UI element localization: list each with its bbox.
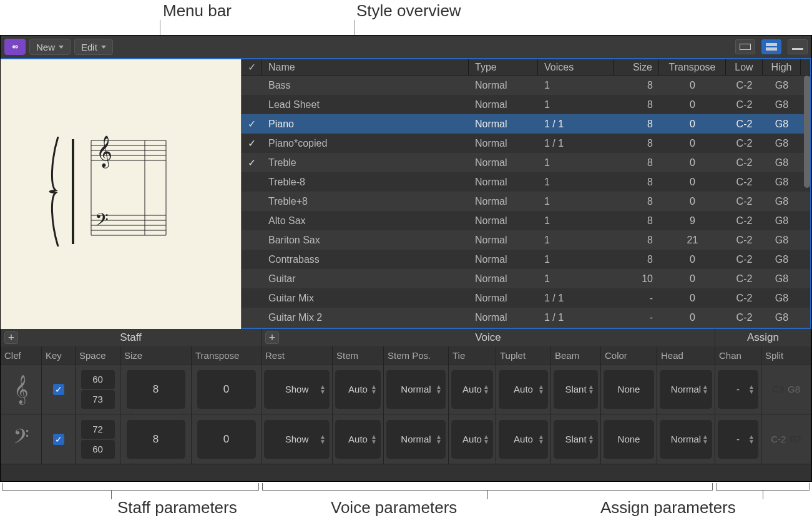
overview-row[interactable]: Bariton SaxNormal1821C-2G8 xyxy=(242,230,810,250)
stempos-select[interactable]: Normal▲▼ xyxy=(386,370,446,409)
section-assign-label: Assign xyxy=(747,331,779,344)
chevron-down-icon xyxy=(101,46,106,49)
col-low[interactable]: Low xyxy=(726,59,763,75)
head-select[interactable]: Normal▲▼ xyxy=(660,370,712,409)
add-staff-button[interactable]: + xyxy=(4,331,18,344)
row-voices: 1 xyxy=(538,327,614,328)
overview-row[interactable]: Guitar Mix 2Normal1 / 1-0C-2G8 xyxy=(242,308,810,327)
transpose-value[interactable]: 0 xyxy=(197,420,256,459)
chan-select[interactable]: -▲▼ xyxy=(718,370,758,409)
row-low: C-2 xyxy=(726,76,763,95)
stem-select[interactable]: Auto▲▼ xyxy=(335,370,381,409)
size-cell: 8 xyxy=(120,364,192,414)
row-check[interactable] xyxy=(242,230,262,250)
stempos-select[interactable]: Normal▲▼ xyxy=(386,420,446,459)
row-check[interactable] xyxy=(242,192,262,211)
edit-menu[interactable]: Edit xyxy=(74,39,113,55)
scrollbar[interactable] xyxy=(804,76,810,188)
overview-row[interactable]: Treble-8Normal180C-2G8 xyxy=(242,172,810,192)
view-dual-icon xyxy=(766,43,777,51)
row-voices: 1 xyxy=(538,192,614,211)
row-check[interactable] xyxy=(242,250,262,269)
col-size[interactable]: Size xyxy=(614,59,659,75)
overview-row[interactable]: ContrabassNormal180C-2G8 xyxy=(242,250,810,269)
row-check[interactable] xyxy=(242,211,262,230)
col-check[interactable]: ✓ xyxy=(242,59,262,75)
overview-row[interactable]: Horn in EbNormal18-3C-2G8 xyxy=(242,327,810,328)
color-select[interactable]: None xyxy=(604,370,654,409)
col-voices[interactable]: Voices xyxy=(538,59,614,75)
row-transpose: 0 xyxy=(659,114,726,134)
annotation-voice-params: Voice parameters xyxy=(331,498,457,517)
row-check[interactable]: ✓ xyxy=(242,153,262,172)
rest-select[interactable]: Show▲▼ xyxy=(264,420,330,459)
row-check[interactable] xyxy=(242,76,262,95)
key-checkbox[interactable]: ✓ xyxy=(53,434,64,445)
stempos-cell: Normal▲▼ xyxy=(384,414,449,464)
overview-row[interactable]: Guitar MixNormal1 / 1-0C-2G8 xyxy=(242,288,810,308)
col-name[interactable]: Name xyxy=(262,59,469,75)
col-high[interactable]: High xyxy=(763,59,801,75)
split-cell[interactable]: C-2B2 xyxy=(761,414,811,464)
row-high: G8 xyxy=(763,114,801,134)
view-dual[interactable] xyxy=(761,39,781,54)
row-size: 10 xyxy=(614,269,659,288)
col-type[interactable]: Type xyxy=(469,59,538,75)
row-high: G8 xyxy=(763,172,801,192)
space-bottom[interactable]: 60 xyxy=(81,440,115,459)
overview-row[interactable]: ✓Piano*copiedNormal1 / 180C-2G8 xyxy=(242,134,810,153)
row-check[interactable]: ✓ xyxy=(242,134,262,153)
overview-row[interactable]: Treble+8Normal180C-2G8 xyxy=(242,192,810,211)
row-check[interactable] xyxy=(242,288,262,308)
stepper-icon: ▲▼ xyxy=(588,434,594,444)
stepper-icon: ▲▼ xyxy=(483,384,489,394)
overview-row[interactable]: Lead SheetNormal180C-2G8 xyxy=(242,95,810,114)
row-check[interactable] xyxy=(242,308,262,327)
stem-select[interactable]: Auto▲▼ xyxy=(335,420,381,459)
beam-select[interactable]: Slant▲▼ xyxy=(554,370,598,409)
clef-cell[interactable]: 𝄢 xyxy=(1,414,42,464)
link-toggle[interactable] xyxy=(4,39,26,55)
transpose-cell: 0 xyxy=(192,414,262,464)
row-check[interactable] xyxy=(242,95,262,114)
overview-row[interactable]: BassNormal180C-2G8 xyxy=(242,76,810,95)
tie-select[interactable]: Auto▲▼ xyxy=(451,370,493,409)
clef-cell[interactable]: 𝄞 xyxy=(1,364,42,414)
row-voices: 1 / 1 xyxy=(538,114,614,134)
row-check[interactable] xyxy=(242,172,262,192)
new-menu[interactable]: New xyxy=(29,39,71,55)
overview-row[interactable]: ✓TrebleNormal180C-2G8 xyxy=(242,153,810,172)
row-check[interactable] xyxy=(242,269,262,288)
add-voice-button[interactable]: + xyxy=(265,331,279,344)
tuplet-select[interactable]: Auto▲▼ xyxy=(499,370,548,409)
view-single[interactable] xyxy=(735,39,755,54)
hdr-clef: Clef xyxy=(1,346,42,364)
space-top[interactable]: 60 xyxy=(81,370,115,389)
row-type: Normal xyxy=(469,308,538,327)
beam-select[interactable]: Slant▲▼ xyxy=(554,420,598,459)
view-bottom[interactable] xyxy=(788,39,808,54)
transpose-value[interactable]: 0 xyxy=(197,370,256,409)
edit-label: Edit xyxy=(81,42,97,52)
overview-row[interactable]: GuitarNormal1100C-2G8 xyxy=(242,269,810,288)
space-top[interactable]: 72 xyxy=(81,420,115,439)
row-high: G8 xyxy=(763,327,801,328)
overview-row[interactable]: Alto SaxNormal189C-2G8 xyxy=(242,211,810,230)
space-bottom[interactable]: 73 xyxy=(81,390,115,409)
key-checkbox[interactable]: ✓ xyxy=(53,384,64,395)
tie-select[interactable]: Auto▲▼ xyxy=(451,420,493,459)
chan-select[interactable]: -▲▼ xyxy=(718,420,758,459)
overview-row[interactable]: ✓PianoNormal1 / 180C-2G8 xyxy=(242,114,810,134)
split-cell[interactable]: C3G8 xyxy=(761,364,811,414)
rest-cell: Show▲▼ xyxy=(262,364,333,414)
tuplet-select[interactable]: Auto▲▼ xyxy=(499,420,548,459)
size-value[interactable]: 8 xyxy=(127,370,185,409)
row-check[interactable]: ✓ xyxy=(242,114,262,134)
rest-select[interactable]: Show▲▼ xyxy=(264,370,330,409)
stepper-icon: ▲▼ xyxy=(320,434,326,444)
col-transpose[interactable]: Transpose xyxy=(659,59,726,75)
head-select[interactable]: Normal▲▼ xyxy=(660,420,712,459)
size-value[interactable]: 8 xyxy=(127,420,185,459)
row-check[interactable] xyxy=(242,327,262,328)
color-select[interactable]: None xyxy=(604,420,654,459)
